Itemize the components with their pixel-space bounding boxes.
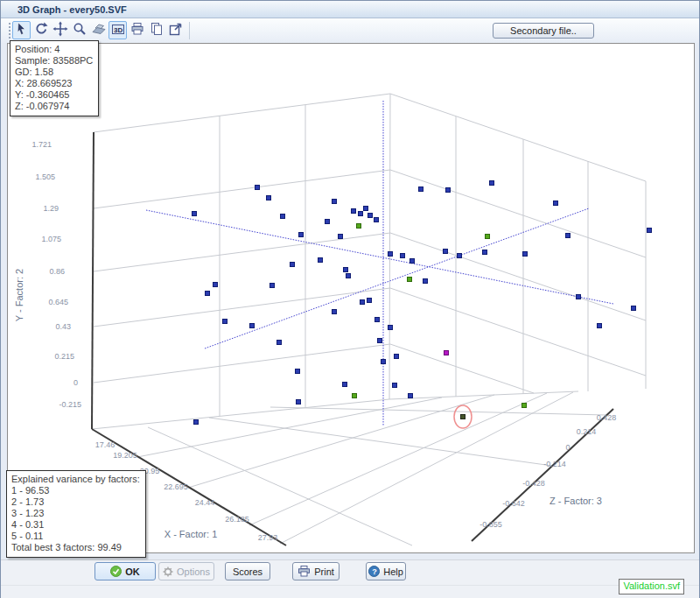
y-tick-label: 1.721 xyxy=(32,140,52,149)
data-point[interactable] xyxy=(410,259,415,264)
data-point[interactable] xyxy=(250,324,255,328)
data-point[interactable] xyxy=(458,254,462,258)
data-point[interactable] xyxy=(357,224,361,229)
surface-icon xyxy=(91,21,107,40)
data-point[interactable] xyxy=(523,252,528,257)
window: 3D Graph - every50.SVF 3D Secondary file… xyxy=(0,0,700,598)
data-point[interactable] xyxy=(281,215,285,219)
data-point[interactable] xyxy=(632,306,636,311)
ok-button[interactable]: OK xyxy=(94,562,156,580)
data-point[interactable] xyxy=(486,235,490,239)
data-point[interactable] xyxy=(353,394,357,398)
data-point[interactable] xyxy=(408,278,412,282)
zoom-button[interactable] xyxy=(70,21,88,39)
data-point[interactable] xyxy=(522,404,527,408)
data-point[interactable] xyxy=(318,258,323,263)
toolbar: 3D Secondary file.. xyxy=(1,18,699,43)
info-line: Y: -0.360465 xyxy=(15,89,93,101)
data-point[interactable] xyxy=(577,295,581,299)
data-point[interactable] xyxy=(378,339,382,343)
pan-button[interactable] xyxy=(51,21,69,39)
y-tick-label: 0.86 xyxy=(49,267,65,276)
data-point[interactable] xyxy=(419,187,424,192)
variance-line: 2 - 1.73 xyxy=(11,496,140,508)
data-point[interactable] xyxy=(332,200,337,204)
data-point[interactable] xyxy=(368,299,372,303)
data-point[interactable] xyxy=(388,252,393,257)
data-point[interactable] xyxy=(446,188,451,193)
export-button[interactable] xyxy=(166,21,185,39)
data-point[interactable] xyxy=(393,383,397,388)
grid-lines xyxy=(92,94,646,545)
y-axis-line xyxy=(92,132,94,429)
data-point[interactable] xyxy=(401,254,405,258)
data-point[interactable] xyxy=(424,279,428,284)
print-button[interactable]: Print xyxy=(292,562,340,580)
z-tick-label: -0.214 xyxy=(543,460,566,468)
data-point[interactable] xyxy=(267,196,271,201)
data-point[interactable] xyxy=(554,201,558,206)
data-point[interactable] xyxy=(375,318,380,322)
data-point[interactable] xyxy=(346,274,351,278)
select-cursor-button[interactable] xyxy=(12,21,31,39)
scores-button[interactable]: Scores xyxy=(225,562,270,580)
print-button[interactable] xyxy=(128,21,146,39)
data-point[interactable] xyxy=(566,234,570,238)
data-point[interactable] xyxy=(194,420,199,425)
help-icon: ? xyxy=(368,566,380,577)
data-point[interactable] xyxy=(444,351,449,355)
data-point[interactable] xyxy=(223,320,228,324)
printer-icon xyxy=(130,21,145,40)
data-point[interactable] xyxy=(290,263,295,267)
data-point[interactable] xyxy=(297,400,301,405)
surface-button[interactable] xyxy=(89,21,108,39)
data-point[interactable] xyxy=(360,300,365,305)
data-point[interactable] xyxy=(364,207,368,211)
data-point[interactable] xyxy=(388,326,393,330)
data-point[interactable] xyxy=(214,283,218,287)
window-titlebar[interactable]: 3D Graph - every50.SVF xyxy=(1,1,699,18)
data-point[interactable] xyxy=(192,212,197,216)
data-point[interactable] xyxy=(332,310,337,314)
secondary-file-button[interactable]: Secondary file.. xyxy=(493,23,594,39)
data-point[interactable] xyxy=(352,209,356,214)
data-point[interactable] xyxy=(256,186,260,190)
data-point[interactable] xyxy=(374,218,379,222)
data-point[interactable] xyxy=(490,181,494,186)
info-line: Z: -0.067974 xyxy=(15,101,93,112)
data-point[interactable] xyxy=(409,394,413,398)
data-point[interactable] xyxy=(277,341,282,345)
threed-icon: 3D xyxy=(110,21,126,40)
data-point[interactable] xyxy=(368,214,373,218)
info-line: X: 28.669523 xyxy=(15,78,93,89)
data-point[interactable] xyxy=(326,220,330,224)
data-point[interactable] xyxy=(395,355,399,359)
data-point[interactable] xyxy=(206,292,210,296)
data-point[interactable] xyxy=(299,233,304,237)
data-point[interactable] xyxy=(382,360,386,364)
data-point[interactable] xyxy=(598,324,602,328)
data-point[interactable] xyxy=(444,250,448,254)
variance-line: 3 - 1.23 xyxy=(11,508,140,519)
3d-mode-button[interactable]: 3D xyxy=(108,21,127,39)
options-button[interactable]: Options xyxy=(158,562,214,580)
data-point[interactable] xyxy=(344,268,348,272)
data-point[interactable] xyxy=(648,229,652,233)
x-axis-title: X - Factor: 1 xyxy=(164,529,218,539)
copy-button[interactable] xyxy=(147,21,165,39)
data-point[interactable] xyxy=(461,415,466,419)
gear-icon xyxy=(163,566,173,577)
data-point[interactable] xyxy=(343,383,347,387)
info-line: Position: 4 xyxy=(15,44,93,55)
crosshair-line xyxy=(205,208,589,348)
data-point[interactable] xyxy=(270,284,275,288)
toolbar-separator xyxy=(189,22,190,39)
data-point[interactable] xyxy=(296,369,300,374)
toolbar-grip[interactable] xyxy=(9,23,10,39)
data-point[interactable] xyxy=(359,212,363,216)
help-button[interactable]: ?Help xyxy=(366,562,406,580)
validation-file-label: Validation.svf xyxy=(619,579,684,594)
data-point[interactable] xyxy=(483,250,487,255)
data-point[interactable] xyxy=(339,235,343,239)
rotate-button[interactable] xyxy=(32,21,50,39)
